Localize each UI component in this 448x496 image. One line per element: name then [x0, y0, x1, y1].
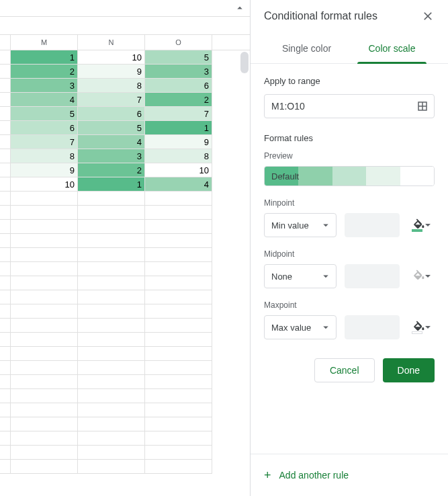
- cell[interactable]: [11, 431, 78, 446]
- cell[interactable]: [78, 347, 145, 361]
- cell[interactable]: [78, 206, 145, 220]
- cell[interactable]: 1: [145, 121, 212, 135]
- cell[interactable]: 7: [78, 93, 145, 107]
- cell[interactable]: [11, 206, 78, 220]
- col-head-o[interactable]: O: [145, 35, 212, 50]
- cell[interactable]: [11, 403, 78, 417]
- cell[interactable]: [11, 347, 78, 361]
- cell[interactable]: 6: [145, 79, 212, 93]
- cell[interactable]: [145, 304, 212, 319]
- cell[interactable]: [11, 290, 78, 304]
- cell[interactable]: [78, 248, 145, 262]
- cell[interactable]: [145, 333, 212, 347]
- row-header[interactable]: [0, 347, 11, 361]
- col-head-m[interactable]: M: [11, 35, 78, 50]
- row-header[interactable]: [0, 121, 11, 135]
- cell[interactable]: [78, 276, 145, 290]
- cell[interactable]: 3: [78, 149, 145, 163]
- cell[interactable]: [145, 389, 212, 403]
- cell[interactable]: [78, 446, 145, 460]
- cell[interactable]: 8: [145, 149, 212, 163]
- row-header[interactable]: [0, 79, 11, 93]
- cell[interactable]: [145, 234, 212, 248]
- col-head-n[interactable]: N: [78, 35, 145, 50]
- cell[interactable]: 5: [78, 121, 145, 135]
- row-header[interactable]: [0, 206, 11, 220]
- cell[interactable]: [78, 361, 145, 375]
- row-header[interactable]: [0, 149, 11, 163]
- cell[interactable]: [11, 319, 78, 333]
- cell[interactable]: 8: [78, 79, 145, 93]
- row-header[interactable]: [0, 403, 11, 417]
- cell[interactable]: [11, 262, 78, 276]
- midpoint-select[interactable]: None: [264, 264, 337, 288]
- row-header[interactable]: [0, 290, 11, 304]
- maxpoint-select[interactable]: Max value: [264, 315, 337, 339]
- cell[interactable]: 3: [145, 65, 212, 79]
- cell[interactable]: 7: [11, 135, 78, 149]
- range-input[interactable]: M1:O10: [264, 94, 435, 118]
- row-header[interactable]: [0, 65, 11, 79]
- cell[interactable]: 2: [11, 65, 78, 79]
- cell[interactable]: [78, 262, 145, 276]
- add-another-rule[interactable]: + Add another rule: [251, 454, 448, 496]
- row-header[interactable]: [0, 163, 11, 177]
- row-header[interactable]: [0, 333, 11, 347]
- cell[interactable]: 2: [145, 93, 212, 107]
- row-header[interactable]: [0, 375, 11, 389]
- row-header[interactable]: [0, 135, 11, 149]
- cell[interactable]: 4: [78, 135, 145, 149]
- cell[interactable]: [145, 319, 212, 333]
- cell[interactable]: [11, 389, 78, 403]
- cell[interactable]: [145, 290, 212, 304]
- cell[interactable]: [145, 431, 212, 446]
- cell[interactable]: 6: [78, 107, 145, 121]
- cell[interactable]: [11, 460, 78, 474]
- tab-single-color[interactable]: Single color: [264, 35, 349, 63]
- cell[interactable]: [11, 276, 78, 290]
- cell[interactable]: 1: [78, 177, 145, 192]
- preview-swatch[interactable]: Default: [264, 166, 435, 186]
- row-header[interactable]: [0, 417, 11, 431]
- row-header[interactable]: [0, 192, 11, 206]
- cell[interactable]: [145, 375, 212, 389]
- cell[interactable]: [78, 234, 145, 248]
- cell[interactable]: [145, 417, 212, 431]
- cell[interactable]: [145, 347, 212, 361]
- cell[interactable]: [145, 248, 212, 262]
- cell[interactable]: [145, 220, 212, 234]
- cell[interactable]: 5: [145, 50, 212, 65]
- cell[interactable]: [11, 220, 78, 234]
- cell[interactable]: 10: [145, 163, 212, 177]
- formula-bar[interactable]: [0, 16, 250, 35]
- row-header[interactable]: [0, 177, 11, 192]
- cell[interactable]: 4: [145, 177, 212, 192]
- cell[interactable]: [78, 319, 145, 333]
- cell[interactable]: [78, 431, 145, 446]
- cell[interactable]: [145, 192, 212, 206]
- cell[interactable]: 8: [11, 149, 78, 163]
- row-header[interactable]: [0, 460, 11, 474]
- cancel-button[interactable]: Cancel: [314, 358, 375, 382]
- cell[interactable]: 9: [11, 163, 78, 177]
- cell[interactable]: [11, 304, 78, 319]
- row-header[interactable]: [0, 107, 11, 121]
- vertical-scrollbar[interactable]: [240, 52, 249, 73]
- cell[interactable]: [78, 220, 145, 234]
- cell[interactable]: [11, 192, 78, 206]
- row-header[interactable]: [0, 262, 11, 276]
- cell[interactable]: 1: [11, 50, 78, 65]
- cell[interactable]: [78, 375, 145, 389]
- cell[interactable]: [78, 403, 145, 417]
- cell[interactable]: [78, 290, 145, 304]
- grid-body[interactable]: 110529338647256765174983892101014: [0, 50, 250, 496]
- cell[interactable]: [11, 417, 78, 431]
- row-header[interactable]: [0, 248, 11, 262]
- cell[interactable]: [145, 403, 212, 417]
- row-header[interactable]: [0, 220, 11, 234]
- tab-color-scale[interactable]: Color scale: [349, 35, 435, 63]
- cell[interactable]: 9: [78, 65, 145, 79]
- cell[interactable]: 2: [78, 163, 145, 177]
- cell[interactable]: [11, 446, 78, 460]
- row-header[interactable]: [0, 234, 11, 248]
